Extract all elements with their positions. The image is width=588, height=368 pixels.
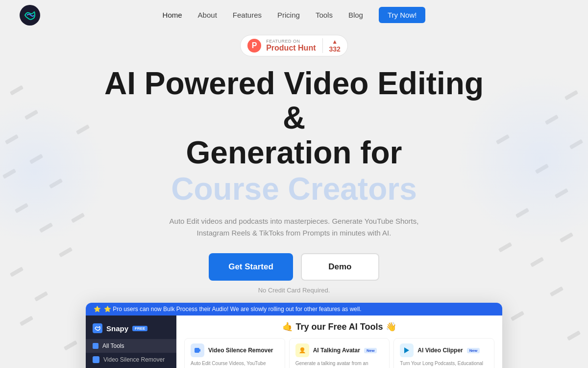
hero-section: P FEATURED ON Product Hunt ▲ 332 AI Powe… [0,30,588,303]
try-now-button[interactable]: Try Now! [379,7,425,23]
sidebar-logo [93,323,102,333]
topbar-text: ⭐ Pro users can now Bulk Process their A… [104,306,362,313]
hero-heading: AI Powered Video Editing & Generation fo… [98,66,490,170]
tool-grid: Video Silence Remover Auto Edit Course V… [176,336,502,368]
ph-arrow-icon: ▲ [332,38,338,45]
tool-card-header-1: Video Silence Remover [191,343,279,357]
product-hunt-badge[interactable]: P FEATURED ON Product Hunt ▲ 332 [240,35,348,56]
tool-name-2: AI Talking Avatar [313,347,360,354]
app-screenshot: ⭐ ⭐ Pro users can now Bulk Process their… [86,303,502,368]
ph-logo-icon: P [247,39,261,53]
nav-home[interactable]: Home [163,11,182,19]
nav-about[interactable]: About [198,11,217,19]
nav-features[interactable]: Features [233,11,262,19]
app-topbar: ⭐ ⭐ Pro users can now Bulk Process their… [86,303,502,315]
sidebar-label-video-silence: Video Silence Remover [103,356,165,363]
no-credit-card-text: No Credit Card Required. [258,287,330,294]
sidebar-brand-name: Snapy [106,324,128,333]
new-badge-3: New [467,348,480,353]
cta-buttons: Get Started Demo [209,253,379,281]
tool-desc-3: Turn Your Long Podcasts, Educational Vid… [400,360,488,368]
tool-icon-ai-video-clipper [400,343,414,357]
svg-marker-3 [404,347,409,353]
tool-card-header-2: AI Talking Avatar New [295,343,384,357]
ph-votes: ▲ 332 [322,38,340,53]
logo[interactable] [20,5,40,26]
tool-card-header-3: AI Video Clipper New [400,343,488,357]
ph-vote-count: 332 [329,45,340,53]
hero-subtitle-colored: Course Creators [171,172,417,206]
navbar: Home About Features Pricing Tools Blog T… [0,0,588,30]
app-inner-layout: Snapy FREE All Tools Video Silence Remov… [86,315,502,368]
tool-icon-video-silence [191,343,204,357]
new-badge-2: New [364,348,377,353]
sidebar-item-all-tools[interactable]: All Tools [86,339,176,353]
nav-links: Home About Features Pricing Tools Blog T… [163,7,426,23]
hero-description: Auto Edit videos and podcasts into maste… [167,215,421,240]
get-started-button[interactable]: Get Started [209,253,293,281]
sidebar-header: Snapy FREE [86,320,176,339]
hero-heading-line2: Generation for [186,135,402,170]
tool-desc-2: Generate a talking avatar from an image,… [295,360,384,368]
ph-product-hunt-name: Product Hunt [266,44,316,53]
ph-text-group: FEATURED ON Product Hunt [266,39,316,53]
nav-tools[interactable]: Tools [316,11,333,19]
all-tools-icon [93,343,98,349]
app-sidebar: Snapy FREE All Tools Video Silence Remov… [86,315,176,368]
ph-featured-on-text: FEATURED ON [266,39,300,44]
nav-pricing[interactable]: Pricing [277,11,300,19]
tool-desc-1: Auto Edit Course Videos, YouTube Videos,… [191,360,279,368]
tool-icon-ai-avatar [295,343,309,357]
demo-button[interactable]: Demo [301,253,379,281]
app-main-content: 🤙 Try our Free AI Tools 👋 Video Silence … [176,315,502,368]
svg-point-2 [300,347,304,351]
tool-name-1: Video Silence Remover [208,347,273,354]
tool-card-ai-video-clipper[interactable]: AI Video Clipper New Turn Your Long Podc… [393,338,494,368]
tool-card-ai-avatar[interactable]: AI Talking Avatar New Generate a talking… [289,338,390,368]
tool-name-3: AI Video Clipper [417,347,463,354]
sidebar-label-all-tools: All Tools [102,342,124,349]
free-badge: FREE [132,326,147,331]
hero-heading-line1: AI Powered Video Editing & [104,66,484,135]
app-main-title: 🤙 Try our Free AI Tools 👋 [176,315,502,336]
nav-blog[interactable]: Blog [348,11,363,19]
topbar-dot: ⭐ [94,306,101,313]
sidebar-item-video-silence[interactable]: Video Silence Remover [86,353,176,367]
tool-card-video-silence[interactable]: Video Silence Remover Auto Edit Course V… [184,338,285,368]
video-silence-icon [93,356,99,363]
